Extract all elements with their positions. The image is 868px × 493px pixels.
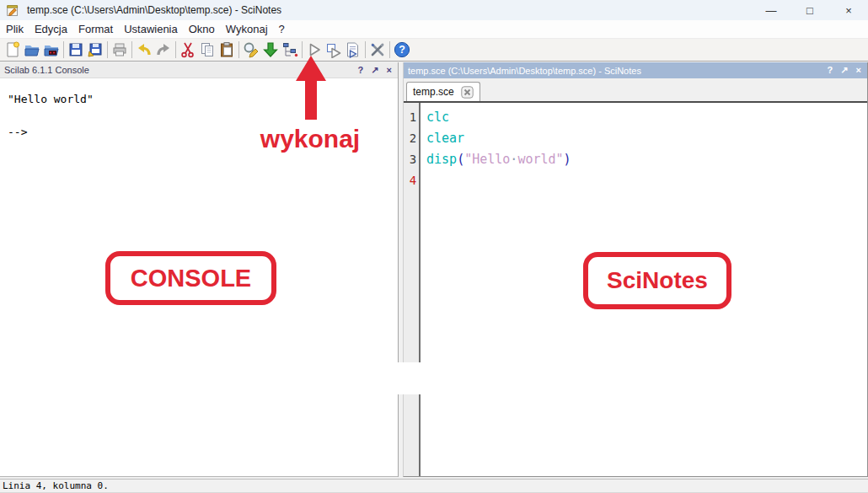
toolbar: ? — [0, 39, 868, 62]
copy-icon[interactable] — [198, 40, 216, 59]
code-line-3: 3 disp("Hello·world") — [404, 148, 867, 169]
console-undock-icon[interactable]: ↗ — [371, 65, 378, 76]
toolbar-separator — [107, 41, 108, 58]
scinotes-panel-title: temp.sce (C:\Users\Admin\Desktop\temp.sc… — [408, 66, 641, 76]
toolbar-separator — [389, 41, 390, 58]
console-header-buttons: ? ↗ × — [358, 65, 398, 76]
console-help-icon[interactable]: ? — [358, 65, 364, 76]
whiteout-band — [362, 362, 481, 394]
toolbar-separator — [238, 41, 239, 58]
new-file-icon[interactable] — [3, 40, 21, 59]
paste-icon[interactable] — [217, 40, 235, 59]
console-close-icon[interactable]: × — [387, 65, 392, 76]
load-into-scilab-icon[interactable] — [261, 40, 279, 59]
scinotes-header-buttons: ? ↗ × — [828, 65, 867, 76]
code-line-1: 1 clc — [404, 106, 867, 127]
console-panel-header: Scilab 6.1.1 Console ? ↗ × — [0, 62, 398, 78]
menubar: Plik Edycja Format Ustawienia Okno Wykon… — [0, 20, 868, 39]
toolbar-separator — [63, 41, 64, 58]
code-token: clear — [426, 131, 464, 146]
annotation-console-box: CONSOLE — [105, 251, 276, 305]
toolbar-separator — [365, 41, 366, 58]
menu-okno[interactable]: Okno — [184, 23, 220, 35]
scinotes-close-icon[interactable]: × — [856, 65, 861, 76]
annotation-scinotes-box: SciNotes — [583, 252, 731, 309]
line-number: 2 — [404, 131, 422, 145]
console-panel-title: Scilab 6.1.1 Console — [4, 65, 89, 75]
code-token: disp — [426, 152, 457, 167]
code-token: ) — [564, 152, 571, 167]
annotation-arrow-head — [296, 56, 326, 81]
menu-wykonaj[interactable]: Wykonaj — [221, 23, 273, 35]
menu-edycja[interactable]: Edycja — [29, 23, 72, 35]
scinotes-undock-icon[interactable]: ↗ — [840, 65, 848, 76]
code-line-4: 4 — [404, 169, 867, 190]
scilab-window: temp.sce (C:\Users\Admin\Desktop\temp.sc… — [0, 0, 868, 493]
print-icon[interactable] — [110, 40, 128, 59]
code-token: ( — [457, 152, 464, 167]
tab-temp-sce[interactable]: temp.sce — [406, 82, 480, 101]
maximize-button[interactable]: □ — [790, 0, 829, 20]
cursor-position-status: Linia 4, kolumna 0. — [3, 480, 109, 491]
open-file-icon[interactable] — [23, 40, 40, 59]
line-number: 3 — [404, 153, 422, 166]
code-token: clc — [426, 110, 449, 125]
save-as-icon[interactable] — [86, 40, 104, 59]
close-button[interactable]: × — [829, 0, 868, 20]
minimize-button[interactable]: — — [752, 0, 790, 20]
toolbar-separator — [131, 41, 132, 58]
annotation-arrow — [296, 56, 326, 120]
preferences-icon[interactable] — [368, 40, 386, 59]
statusbar: Linia 4, kolumna 0. — [0, 479, 868, 493]
line-number: 1 — [404, 110, 422, 124]
tab-close-icon[interactable] — [461, 86, 474, 99]
menu-help[interactable]: ? — [274, 23, 290, 35]
titlebar: temp.sce (C:\Users\Admin\Desktop\temp.sc… — [0, 0, 868, 20]
window-title: temp.sce (C:\Users\Admin\Desktop\temp.sc… — [27, 4, 281, 16]
code-token: "Hello — [464, 152, 510, 167]
current-line-number: 4 — [404, 174, 422, 187]
find-replace-icon[interactable] — [242, 40, 260, 59]
scinotes-panel-header: temp.sce (C:\Users\Admin\Desktop\temp.sc… — [404, 62, 867, 78]
annotation-wykonaj-label: wykonaj — [243, 125, 378, 153]
undo-icon[interactable] — [135, 40, 153, 59]
svg-text:?: ? — [399, 44, 405, 56]
menu-ustawienia[interactable]: Ustawienia — [119, 23, 183, 35]
execute-with-echo-icon[interactable] — [324, 40, 342, 59]
redo-icon[interactable] — [154, 40, 172, 59]
code-token: world" — [517, 152, 563, 167]
scinotes-help-icon[interactable]: ? — [828, 65, 833, 76]
menu-format[interactable]: Format — [73, 23, 118, 35]
editor-tabbar: temp.sce — [404, 78, 867, 101]
toolbar-separator — [175, 41, 176, 58]
scinotes-app-icon — [6, 3, 20, 18]
menu-plik[interactable]: Plik — [1, 23, 29, 35]
window-controls: — □ × — [752, 0, 868, 20]
cut-icon[interactable] — [179, 40, 196, 59]
tab-label: temp.sce — [413, 86, 454, 98]
help-icon[interactable]: ? — [393, 40, 410, 59]
save-icon[interactable] — [67, 40, 84, 59]
execute-file-icon[interactable] — [344, 40, 362, 59]
annotation-arrow-shaft — [305, 81, 317, 120]
open-source-file-icon[interactable] — [42, 40, 60, 59]
code-line-2: 2 clear — [404, 127, 867, 148]
console-output-line: "Hello world" — [8, 93, 398, 105]
